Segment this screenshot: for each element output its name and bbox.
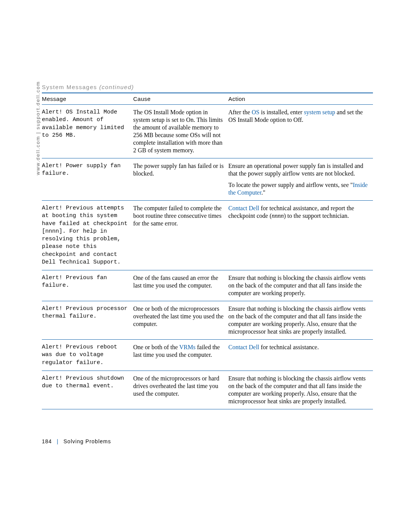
cell-cause: The computer failed to complete the boot… (133, 201, 228, 270)
table-title-main: System Messages (42, 84, 99, 90)
cell-action: Contact Dell for technical assistance. (228, 340, 373, 371)
table-title-continued: (continued) (99, 84, 134, 90)
text: for technical assistance. (259, 344, 319, 350)
page-content: System Messages (continued) Message Caus… (0, 0, 411, 409)
text: To locate the power supply and airflow v… (228, 182, 353, 188)
cell-message: Alert! Power supply fan failure. (42, 158, 133, 201)
cell-cause: One of the microprocessors or hard drive… (133, 371, 228, 409)
header-message: Message (42, 93, 133, 105)
checkpoint-code: nnnn (272, 212, 284, 219)
cell-action: Ensure an operational power supply fan i… (228, 158, 373, 201)
cell-message: Alert! Previous processor thermal failur… (42, 301, 133, 340)
cell-cause: One or both of the microprocessors overh… (133, 301, 228, 340)
table-row: Alert! Previous reboot was due to voltag… (42, 340, 373, 371)
cell-message: Alert! OS Install Mode enabled. Amount o… (42, 105, 133, 158)
cell-message: Alert! Previous attempts at booting this… (42, 201, 133, 270)
cell-cause: One or both of the VRMs failed the last … (133, 340, 228, 371)
cell-action: Ensure that nothing is blocking the chas… (228, 371, 373, 409)
table-row: Alert! Previous attempts at booting this… (42, 201, 373, 270)
header-cause: Cause (133, 93, 228, 105)
footer-separator: | (54, 438, 62, 444)
header-action: Action (228, 93, 373, 105)
table-header-row: Message Cause Action (42, 93, 373, 105)
text: ." (261, 189, 266, 196)
cell-action: Contact Dell for technical assistance, a… (228, 201, 373, 270)
os-link[interactable]: OS (252, 109, 259, 115)
system-setup-link[interactable]: system setup (304, 109, 335, 115)
page-number: 184 (42, 438, 52, 444)
table-title: System Messages (continued) (42, 84, 369, 90)
table-row: Alert! Previous fan failure. One of the … (42, 270, 373, 301)
table-row: Alert! OS Install Mode enabled. Amount o… (42, 105, 373, 158)
text: is installed, enter (260, 109, 304, 115)
cell-action: After the OS is installed, enter system … (228, 105, 373, 158)
section-name: Solving Problems (64, 438, 111, 444)
contact-dell-link[interactable]: Contact Dell (228, 344, 259, 350)
action-paragraph: To locate the power supply and airflow v… (228, 181, 371, 197)
cell-action: Ensure that nothing is blocking the chas… (228, 301, 373, 340)
vrms-link[interactable]: VRMs (179, 344, 196, 350)
cell-cause: One of the fans caused an error the last… (133, 270, 228, 301)
cell-cause: The power supply fan has failed or is bl… (133, 158, 228, 201)
action-paragraph: Ensure an operational power supply fan i… (228, 162, 371, 177)
cell-cause: The OS Install Mode option in system set… (133, 105, 228, 158)
system-messages-table: Message Cause Action Alert! OS Install M… (42, 93, 373, 409)
table-row: Alert! Power supply fan failure. The pow… (42, 158, 373, 201)
text: ) to the support technician. (284, 212, 349, 219)
text: After the (228, 109, 252, 115)
cell-message: Alert! Previous reboot was due to voltag… (42, 340, 133, 371)
cell-message: Alert! Previous fan failure. (42, 270, 133, 301)
table-row: Alert! Previous processor thermal failur… (42, 301, 373, 340)
page-footer: 184 | Solving Problems (42, 438, 111, 444)
contact-dell-link[interactable]: Contact Dell (228, 205, 259, 211)
text: One or both of the (133, 344, 179, 350)
cell-message: Alert! Previous shutdown due to thermal … (42, 371, 133, 409)
cell-action: Ensure that nothing is blocking the chas… (228, 270, 373, 301)
table-row: Alert! Previous shutdown due to thermal … (42, 371, 373, 409)
